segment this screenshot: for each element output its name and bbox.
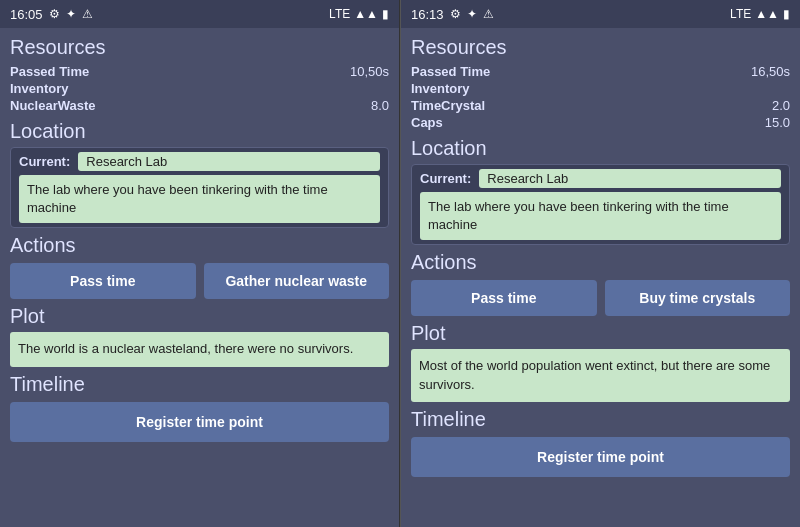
status-bar-right-2: LTE ▲▲ ▮	[730, 7, 790, 21]
buy-time-crystals-button[interactable]: Buy time crystals	[605, 280, 791, 316]
current-label-1: Current:	[19, 154, 70, 169]
resources-title-2: Resources	[411, 36, 790, 59]
location-title-2: Location	[411, 137, 790, 160]
resource-table-2: Passed Time 16,50s Inventory TimeCrystal…	[411, 63, 790, 131]
resource-value: 16,50s	[751, 64, 790, 79]
battery-icon-1: ▮	[382, 7, 389, 21]
location-desc-2: The lab where you have been tinkering wi…	[420, 192, 781, 240]
pass-time-button-1[interactable]: Pass time	[10, 263, 196, 299]
resource-row: TimeCrystal 2.0	[411, 97, 790, 114]
network-label-1: LTE	[329, 7, 350, 21]
location-box-2: Current: Research Lab The lab where you …	[411, 164, 790, 245]
alert-icon-1: ⚠	[82, 7, 93, 21]
status-bar-left-2: 16:13 ⚙ ✦ ⚠	[411, 7, 494, 22]
gather-nuclear-waste-button[interactable]: Gather nuclear waste	[204, 263, 390, 299]
timeline-title-2: Timeline	[411, 408, 790, 431]
status-bar-1: 16:05 ⚙ ✦ ⚠ LTE ▲▲ ▮	[0, 0, 399, 28]
resource-value: 10,50s	[350, 64, 389, 79]
resource-label: Passed Time	[10, 64, 89, 79]
resource-value: 8.0	[371, 98, 389, 113]
actions-title-1: Actions	[10, 234, 389, 257]
resource-label: Inventory	[411, 81, 470, 96]
plot-title-1: Plot	[10, 305, 389, 328]
status-bar-right-1: LTE ▲▲ ▮	[329, 7, 389, 21]
resource-label: Inventory	[10, 81, 69, 96]
timeline-title-1: Timeline	[10, 373, 389, 396]
signal-icon-2: ▲▲	[755, 7, 779, 21]
register-time-point-button-2[interactable]: Register time point	[411, 437, 790, 477]
settings-icon-1: ⚙	[49, 7, 60, 21]
actions-row-2: Pass time Buy time crystals	[411, 280, 790, 316]
phone-panel-1: 16:05 ⚙ ✦ ⚠ LTE ▲▲ ▮ Resources Passed Ti…	[0, 0, 400, 527]
resource-label: Passed Time	[411, 64, 490, 79]
time-1: 16:05	[10, 7, 43, 22]
resource-row: Caps 15.0	[411, 114, 790, 131]
status-bar-2: 16:13 ⚙ ✦ ⚠ LTE ▲▲ ▮	[401, 0, 800, 28]
pass-time-button-2[interactable]: Pass time	[411, 280, 597, 316]
content-2: Resources Passed Time 16,50s Inventory T…	[401, 28, 800, 527]
resource-label: TimeCrystal	[411, 98, 485, 113]
alert-icon-2: ⚠	[483, 7, 494, 21]
resource-row: Inventory	[411, 80, 790, 97]
current-value-1: Research Lab	[78, 152, 380, 171]
current-label-2: Current:	[420, 171, 471, 186]
resource-row: Passed Time 10,50s	[10, 63, 389, 80]
status-bar-left-1: 16:05 ⚙ ✦ ⚠	[10, 7, 93, 22]
actions-row-1: Pass time Gather nuclear waste	[10, 263, 389, 299]
battery-icon-2: ▮	[783, 7, 790, 21]
resource-label: Caps	[411, 115, 443, 130]
resource-row: Passed Time 16,50s	[411, 63, 790, 80]
current-value-2: Research Lab	[479, 169, 781, 188]
resource-label: NuclearWaste	[10, 98, 96, 113]
plot-title-2: Plot	[411, 322, 790, 345]
wifi-icon-1: ✦	[66, 7, 76, 21]
resource-row: Inventory	[10, 80, 389, 97]
network-label-2: LTE	[730, 7, 751, 21]
resource-value: 2.0	[772, 98, 790, 113]
plot-box-2: Most of the world population went extinc…	[411, 349, 790, 401]
location-row-1: Current: Research Lab	[19, 152, 380, 171]
location-desc-1: The lab where you have been tinkering wi…	[19, 175, 380, 223]
actions-title-2: Actions	[411, 251, 790, 274]
location-title-1: Location	[10, 120, 389, 143]
signal-icon-1: ▲▲	[354, 7, 378, 21]
content-1: Resources Passed Time 10,50s Inventory N…	[0, 28, 399, 527]
resource-table-1: Passed Time 10,50s Inventory NuclearWast…	[10, 63, 389, 114]
settings-icon-2: ⚙	[450, 7, 461, 21]
resource-row: NuclearWaste 8.0	[10, 97, 389, 114]
phone-panel-2: 16:13 ⚙ ✦ ⚠ LTE ▲▲ ▮ Resources Passed Ti…	[400, 0, 800, 527]
resources-title-1: Resources	[10, 36, 389, 59]
resource-value: 15.0	[765, 115, 790, 130]
location-box-1: Current: Research Lab The lab where you …	[10, 147, 389, 228]
time-2: 16:13	[411, 7, 444, 22]
wifi-icon-2: ✦	[467, 7, 477, 21]
register-time-point-button-1[interactable]: Register time point	[10, 402, 389, 442]
location-row-2: Current: Research Lab	[420, 169, 781, 188]
plot-box-1: The world is a nuclear wasteland, there …	[10, 332, 389, 366]
